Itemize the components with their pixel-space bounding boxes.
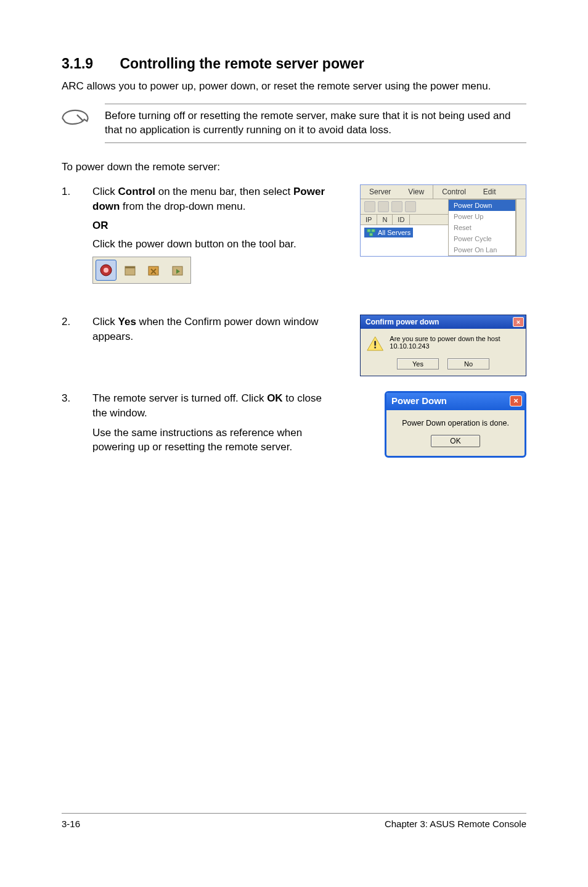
step-3: 3. The remote server is turned off. Clic… [62, 391, 327, 455]
close-icon[interactable]: × [513, 317, 524, 327]
toolbar-screenshot [92, 257, 191, 284]
confirm-dialog-message: Are you sure to power down the host 10.1… [390, 335, 520, 350]
power-down-toolbar-icon[interactable] [96, 260, 116, 281]
step1-control-bold: Control [118, 186, 155, 197]
dropdown-power-on-lan[interactable]: Power On Lan [449, 244, 515, 255]
section-title-text: Controlling the remote server power [120, 56, 364, 72]
step1-text-a: Click [92, 186, 118, 197]
done-dialog-message: Power Down operation is done. [393, 419, 518, 427]
dropdown-power-down[interactable]: Power Down [449, 200, 515, 211]
step-1-number: 1. [62, 184, 92, 284]
svg-rect-11 [374, 341, 376, 346]
confirm-dialog-title: Confirm power down [365, 318, 439, 326]
tree-all-servers-label: All Servers [378, 229, 410, 236]
control-dropdown: Power Down Power Up Reset Power Cycle Po… [448, 199, 516, 256]
dropdown-power-up[interactable]: Power Up [449, 211, 515, 222]
confirm-yes-button[interactable]: Yes [397, 358, 439, 369]
done-ok-button[interactable]: OK [431, 435, 480, 447]
colhead-ip[interactable]: IP [361, 215, 377, 225]
tree-all-servers[interactable]: All Servers [364, 228, 413, 237]
note-block: Before turning off or resetting the remo… [62, 104, 526, 143]
step1-text-c: on the menu bar, then select [155, 186, 293, 197]
section-number: 3.1.9 [62, 56, 116, 72]
svg-point-1 [104, 268, 108, 273]
menubar-edit[interactable]: Edit [475, 185, 505, 199]
step1-or: OR [92, 218, 327, 233]
svg-rect-3 [125, 266, 135, 268]
menu-mini-icon [391, 201, 402, 212]
confirm-no-button[interactable]: No [447, 358, 489, 369]
svg-rect-7 [367, 229, 370, 232]
lead-line: To power down the remote server: [62, 160, 526, 175]
step-2: 2. Click Yes when the Confirm power down… [62, 315, 327, 344]
step2-text-a: Click [92, 316, 118, 328]
dropdown-reset[interactable]: Reset [449, 222, 515, 233]
step3-line2: Use the same instructions as reference w… [92, 426, 327, 455]
menu-mini-icon [378, 201, 389, 212]
step2-yes-bold: Yes [118, 316, 136, 328]
toolbar-icon-2[interactable] [120, 260, 141, 281]
footer-chapter: Chapter 3: ASUS Remote Console [385, 819, 526, 829]
toolbar-icon-3[interactable] [143, 260, 164, 281]
step-2-number: 2. [62, 315, 92, 344]
done-dialog-title: Power Down [391, 395, 447, 406]
note-text: Before turning off or resetting the remo… [105, 104, 526, 143]
menu-mini-icon [405, 201, 416, 212]
menubar-control[interactable]: Control [433, 185, 475, 199]
svg-rect-8 [372, 229, 375, 232]
step1-text-e: from the drop-down menu. [120, 200, 245, 212]
step-1: 1. Click Control on the menu bar, then s… [62, 184, 327, 284]
svg-rect-9 [369, 233, 372, 236]
menu-mini-icon [364, 201, 375, 212]
section-heading: 3.1.9 Controlling the remote server powe… [62, 56, 526, 72]
note-hand-icon [62, 104, 105, 132]
toolbar-icon-4[interactable] [167, 260, 188, 281]
intro-paragraph: ARC allows you to power up, power down, … [62, 80, 526, 94]
step3-ok-bold: OK [267, 392, 283, 404]
colhead-n[interactable]: N [377, 215, 393, 225]
warning-icon [367, 335, 383, 352]
page-footer: 3-16 Chapter 3: ASUS Remote Console [62, 813, 526, 829]
scrollbar[interactable] [516, 199, 526, 256]
control-menu-screenshot: Server View Control Edit IP [360, 184, 526, 257]
menubar-server[interactable]: Server [361, 185, 399, 199]
colhead-id[interactable]: ID [393, 215, 410, 225]
dropdown-power-cycle[interactable]: Power Cycle [449, 233, 515, 244]
footer-page-number: 3-16 [62, 819, 80, 829]
step3-text-a: The remote server is turned off. Click [92, 392, 267, 404]
menubar-view[interactable]: View [399, 185, 433, 199]
step-3-number: 3. [62, 391, 92, 455]
svg-rect-12 [374, 347, 376, 349]
confirm-power-down-dialog: Confirm power down × Are you sure to pow… [360, 315, 526, 376]
power-down-done-dialog: Power Down × Power Down operation is don… [385, 391, 526, 458]
step1-line2: Click the power down button on the tool … [92, 237, 327, 252]
close-icon[interactable]: × [510, 395, 522, 406]
